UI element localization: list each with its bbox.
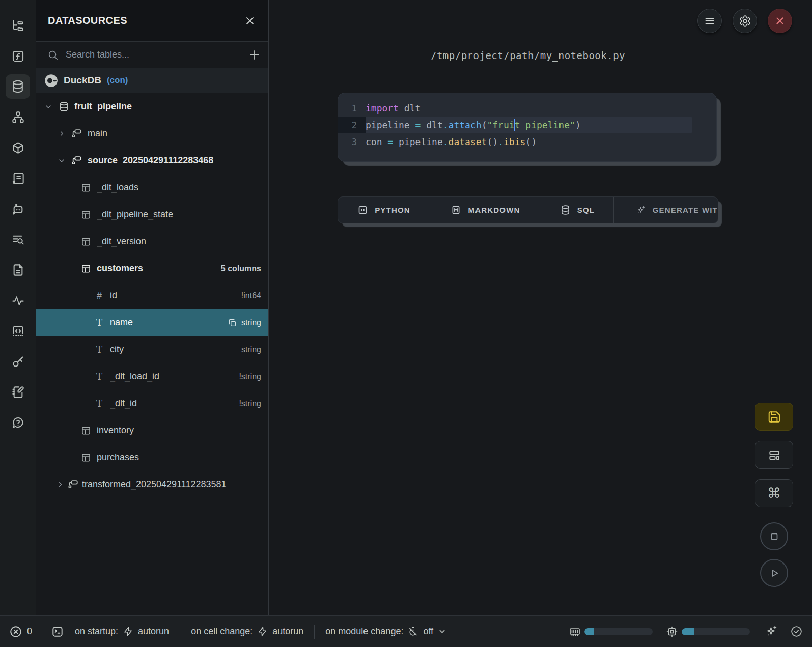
line-number: 2 <box>338 117 366 133</box>
datasources-panel: DATASOURCES DuckDB (con) fruit_pipeli <box>36 0 269 615</box>
database-icon <box>11 79 25 94</box>
function-button[interactable] <box>6 44 30 68</box>
status-bar: 0 on startup: autorun on cell change: au… <box>0 615 812 647</box>
sparkles-icon[interactable] <box>765 625 778 638</box>
on-module-change-setting[interactable]: on module change: off <box>315 626 457 637</box>
layout-button[interactable] <box>755 441 793 469</box>
datasources-button[interactable] <box>6 74 30 99</box>
notebook-file-path: /tmp/project/path/my_notebook.py <box>338 50 718 61</box>
errors-indicator[interactable]: 0 <box>9 625 32 638</box>
tree-row-schema[interactable]: source_202504291112283468 <box>36 147 268 174</box>
column-type: !string <box>239 399 261 408</box>
tree-row-column-selected[interactable]: T name string <box>36 309 268 336</box>
logs-button[interactable] <box>6 166 30 190</box>
activity-icon <box>11 294 25 307</box>
activity-rail <box>0 0 36 615</box>
connection-row-duckdb[interactable]: DuckDB (con) <box>36 68 268 93</box>
play-icon <box>769 568 780 579</box>
tree-row-column[interactable]: T _dlt_id !string <box>36 390 268 417</box>
line-number: 3 <box>338 133 366 150</box>
on-cell-change-setting[interactable]: on cell change: autorun <box>180 626 314 637</box>
tracing-button[interactable] <box>6 288 30 313</box>
settings-button[interactable] <box>733 9 757 33</box>
memory-meter <box>584 628 653 635</box>
command-icon: ⌘ <box>767 485 781 501</box>
ai-chat-button[interactable] <box>6 196 30 221</box>
connection-badge: (con) <box>107 75 128 86</box>
duckdb-logo-icon <box>44 74 58 88</box>
chevron-down-icon <box>58 157 66 165</box>
tree-row-schema[interactable]: transformed_202504291112283581 <box>36 471 268 498</box>
column-type: !string <box>239 372 261 381</box>
code-cell[interactable]: 1 import dlt 2 pipeline = dlt.attach("fr… <box>338 93 717 162</box>
text-type-icon: T <box>96 399 102 408</box>
code-line-active: 2 pipeline = dlt.attach("fruit_pipeline"… <box>338 117 716 133</box>
cpu-meter <box>682 628 750 635</box>
column-type: string <box>228 318 261 327</box>
check-circle-icon[interactable] <box>790 625 803 638</box>
menu-button[interactable] <box>697 9 722 33</box>
tree-row-database[interactable]: fruit_pipeline <box>36 93 268 120</box>
chevron-down-icon <box>438 627 446 636</box>
memory-icon <box>569 626 581 638</box>
schema-icon <box>68 479 79 490</box>
list-search-icon <box>11 233 25 246</box>
cpu-meter-fill <box>682 628 694 635</box>
generate-with-ai-button[interactable]: GENERATE WIT <box>614 197 718 223</box>
column-count: 5 columns <box>221 264 261 273</box>
keyboard-shortcuts-button[interactable]: ⌘ <box>755 479 793 507</box>
stop-button[interactable] <box>760 522 788 550</box>
panel-title: DATASOURCES <box>48 15 127 26</box>
column-type: string <box>241 345 261 354</box>
table-icon <box>81 210 91 220</box>
add-markdown-cell-button[interactable]: MARKDOWN <box>430 197 541 223</box>
documentation-button[interactable] <box>6 258 30 282</box>
table-icon <box>81 426 91 436</box>
dependencies-button[interactable] <box>6 105 30 129</box>
packages-button[interactable] <box>6 135 30 160</box>
tree-row-table[interactable]: _dlt_pipeline_state <box>36 201 268 228</box>
tree-row-table[interactable]: customers 5 columns <box>36 255 268 282</box>
snippets-button[interactable] <box>6 319 30 343</box>
tree-row-schema[interactable]: main <box>36 120 268 147</box>
notebook-edit-icon <box>11 385 25 399</box>
chevron-right-icon <box>57 481 64 488</box>
code-line: 3 con = pipeline.dataset().ibis() <box>338 133 716 150</box>
package-icon <box>11 141 25 155</box>
markdown-icon <box>451 205 461 215</box>
tree-row-column[interactable]: T _dlt_load_id !string <box>36 363 268 390</box>
add-python-cell-button[interactable]: PYTHON <box>338 197 430 223</box>
save-button[interactable] <box>755 403 793 431</box>
tree-row-table[interactable]: _dlt_version <box>36 228 268 255</box>
scratchpad-button[interactable] <box>6 380 30 404</box>
tree-row-column[interactable]: T city string <box>36 336 268 363</box>
timer-off-icon <box>408 626 418 637</box>
table-icon <box>81 264 91 274</box>
terminal-icon <box>51 625 64 638</box>
network-icon <box>11 110 25 124</box>
tree-row-table[interactable]: purchases <box>36 444 268 471</box>
close-panel-icon[interactable] <box>244 15 256 27</box>
terminal-button[interactable] <box>51 625 64 638</box>
tree-row-column[interactable]: # id !int64 <box>36 282 268 309</box>
zap-icon <box>123 626 133 637</box>
help-button[interactable] <box>6 410 30 435</box>
gear-icon <box>739 15 751 27</box>
secrets-button[interactable] <box>6 349 30 374</box>
file-tree-button[interactable] <box>6 13 30 38</box>
search-logs-button[interactable] <box>6 227 30 251</box>
sparkles-icon <box>636 204 646 216</box>
function-icon <box>11 49 25 63</box>
tree-row-table[interactable]: _dlt_loads <box>36 174 268 201</box>
hamburger-menu-icon <box>704 15 716 27</box>
datasources-panel-header: DATASOURCES <box>36 0 268 42</box>
tree-row-table[interactable]: inventory <box>36 417 268 444</box>
add-sql-cell-button[interactable]: SQL <box>541 197 614 223</box>
text-type-icon: T <box>96 372 102 381</box>
copy-icon[interactable] <box>228 318 237 327</box>
run-button[interactable] <box>760 559 788 587</box>
on-startup-setting[interactable]: on startup: autorun <box>64 626 180 637</box>
add-datasource-button[interactable] <box>240 42 268 68</box>
document-icon <box>11 263 25 277</box>
search-input[interactable] <box>66 49 240 60</box>
